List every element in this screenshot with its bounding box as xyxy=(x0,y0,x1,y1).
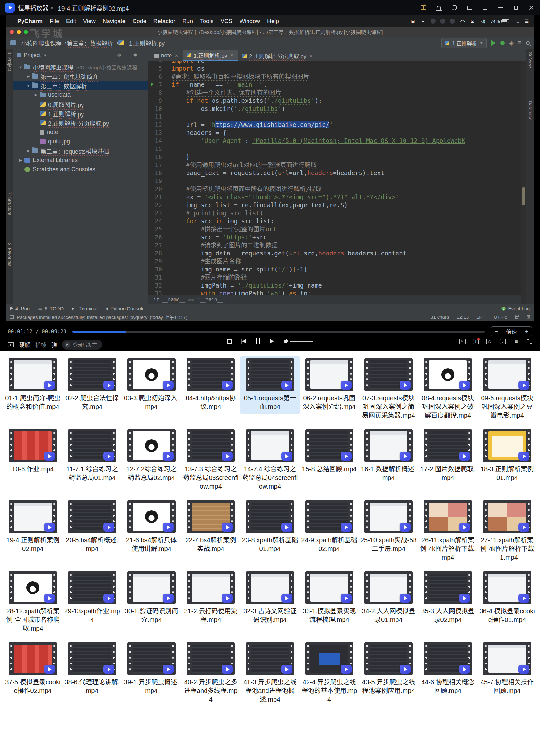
video-thumbnail[interactable] xyxy=(68,571,116,604)
coverage-icon[interactable]: ◈ xyxy=(509,40,514,47)
minimize-button[interactable] xyxy=(497,4,504,11)
play-badge-icon[interactable] xyxy=(400,452,411,461)
play-badge-icon[interactable] xyxy=(163,594,174,603)
video-thumbnail[interactable] xyxy=(246,642,294,675)
code-line[interactable]: 26 src = 'https:'+src xyxy=(148,233,526,241)
code-line[interactable]: 24 for src in img_src_list: xyxy=(148,217,526,225)
play-badge-icon[interactable] xyxy=(459,594,470,603)
video-thumbnail[interactable] xyxy=(364,571,413,604)
play-badge-icon[interactable] xyxy=(44,452,55,461)
tree-right-arrow-icon[interactable]: ▶ xyxy=(33,93,39,97)
tree-item[interactable]: ▶External Libraries xyxy=(14,155,148,165)
toolwindow-project-button[interactable]: 1: Project xyxy=(7,52,12,71)
video-thumbnail[interactable] xyxy=(187,429,235,462)
menu-vcs[interactable]: VCS xyxy=(220,18,232,25)
notification-bell-icon[interactable] xyxy=(435,4,442,11)
toolwindow-sciview-button[interactable]: SciView xyxy=(528,52,533,68)
video-frame[interactable]: PyCharmFileEditViewNavigateCodeRefactorR… xyxy=(0,15,540,323)
grid-item[interactable]: 24-9.xpath解析基础02.mp4 xyxy=(300,498,359,556)
close-tab-icon[interactable]: ✕ xyxy=(309,53,313,58)
code-line[interactable]: 18 page_text = requests.get(url=url,head… xyxy=(148,169,526,177)
video-thumbnail[interactable] xyxy=(305,500,353,533)
video-label[interactable]: 18-3.正则解析案例01.mp4 xyxy=(479,465,535,482)
play-badge-icon[interactable] xyxy=(340,381,351,390)
app-status-icon-1[interactable] xyxy=(431,19,436,24)
notify-icon[interactable]: ! xyxy=(472,339,479,344)
grid-item[interactable]: 37-5.模拟登录cookie操作02.mp4 xyxy=(3,640,63,698)
edit-notes-icon[interactable]: ✎ xyxy=(459,339,466,344)
scroll-to-source-icon[interactable]: ÷ xyxy=(126,52,128,58)
event-log-button[interactable]: 2Event Log xyxy=(501,306,530,311)
code-line[interactable]: 21 ex = '<div class="thumb">.*?<img src=… xyxy=(148,193,526,201)
video-thumbnail[interactable] xyxy=(483,500,531,533)
video-label[interactable]: 01-1.爬虫简介-爬虫的概念和价值.mp4 xyxy=(5,394,61,411)
close-button[interactable] xyxy=(528,4,535,11)
toolwindow-database-button[interactable]: Database xyxy=(528,101,533,120)
tree-right-arrow-icon[interactable]: ▶ xyxy=(26,74,31,79)
speed-label[interactable]: 倍速 xyxy=(502,327,521,336)
tree-item[interactable]: 1.正则解析.py xyxy=(14,109,148,118)
menu-tools[interactable]: Tools xyxy=(200,18,213,25)
video-label[interactable]: 45-7.协程相关操作回顾.mp4 xyxy=(479,678,535,695)
play-badge-icon[interactable] xyxy=(163,665,174,674)
code-line[interactable]: 14 'User-Agent': 'Mozilla/5.0 (Macintosh… xyxy=(148,137,526,145)
gift-icon[interactable] xyxy=(420,4,427,11)
video-label[interactable]: 34-2.人人网模拟登录01.mp4 xyxy=(360,607,417,624)
play-badge-icon[interactable] xyxy=(518,452,529,461)
grid-item[interactable]: 34-2.人人网模拟登录01.mp4 xyxy=(359,569,418,627)
editor-tab[interactable]: note✕ xyxy=(150,51,182,61)
code-line[interactable]: 19 xyxy=(148,177,526,185)
menu-view[interactable]: View xyxy=(83,18,96,25)
queue-icon[interactable]: ≣ xyxy=(513,339,519,344)
tree-item[interactable]: 0.爬取图片.py xyxy=(14,99,148,109)
grid-item[interactable]: 16-1.数据解析概述.mp4 xyxy=(359,427,418,485)
grid-item[interactable]: 04-4.http&https协议.mp4 xyxy=(181,356,240,414)
menu-file[interactable]: File xyxy=(50,18,59,25)
video-label[interactable]: 07-3.requests模块巩固深入案例之简易网页采集器.mp4 xyxy=(360,394,417,420)
video-label[interactable]: 30-1.验证码识别简介.mp4 xyxy=(123,607,180,624)
chevron-down-icon[interactable]: ∨ xyxy=(51,5,54,10)
video-thumbnail[interactable] xyxy=(9,429,57,462)
seek-bar[interactable] xyxy=(72,331,485,332)
grid-item[interactable]: 36-4.模拟登录cookie操作01.mp4 xyxy=(477,569,537,627)
video-label[interactable]: 38-6.代理理论讲解.mp4 xyxy=(64,678,120,695)
menu-refactor[interactable]: Refactor xyxy=(154,18,175,25)
next-button[interactable] xyxy=(270,339,275,344)
video-label[interactable]: 17-2.图片数据爬取.mp4 xyxy=(420,465,476,482)
speed-minus-button[interactable]: − xyxy=(491,328,502,335)
tree-item[interactable]: qiutu.jpg xyxy=(14,137,148,146)
play-badge-icon[interactable] xyxy=(44,665,55,674)
video-label[interactable]: 32-3.古诗文网验证码识别.mp4 xyxy=(242,607,298,624)
grid-item[interactable]: 35-3.人人网模拟登录02.mp4 xyxy=(418,569,478,627)
video-thumbnail[interactable] xyxy=(127,571,176,604)
code-editor[interactable]: 4import re5import os6#需求：爬取糗事百科中糗图板块下所有的… xyxy=(148,61,526,304)
playlist-icon[interactable]: ▸ xyxy=(8,342,14,347)
grid-item[interactable]: 08-4.requests模块巩固深入案例之破解百度翻译.mp4 xyxy=(418,356,478,423)
video-label[interactable]: 14-7.4.综合练习之药监总局04screenflow.mp4 xyxy=(242,465,298,491)
previous-button[interactable] xyxy=(242,339,246,344)
video-label[interactable]: 29-13xpath作业.mp4 xyxy=(64,607,120,624)
danmaku-toggle[interactable]: 弹 xyxy=(51,341,57,349)
video-label[interactable]: 13-7.3.综合练习之药监总局03screenflow.mp4 xyxy=(182,465,239,491)
danmaku-login-input[interactable]: ▸ 登录后发言 xyxy=(62,340,102,350)
video-thumbnail[interactable] xyxy=(424,358,472,391)
grid-item[interactable]: 25-10.xpath实战-58二手房.mp4 xyxy=(359,498,418,556)
video-thumbnail[interactable] xyxy=(483,571,531,604)
control-center-icon[interactable]: ☰ xyxy=(524,19,530,24)
play-badge-icon[interactable] xyxy=(281,665,292,674)
settings-gear-icon[interactable]: ✱ xyxy=(133,52,137,58)
play-badge-icon[interactable] xyxy=(459,665,470,674)
video-label[interactable]: 40-2.异步爬虫之多进程and多线程.mp4 xyxy=(182,678,239,704)
video-label[interactable]: 44-6.协程相关概念回顾.mp4 xyxy=(420,678,476,695)
video-label[interactable]: 35-3.人人网模拟登录02.mp4 xyxy=(420,607,476,624)
play-badge-icon[interactable] xyxy=(459,523,470,532)
toolwindow-terminal-button[interactable]: ▸_Terminal xyxy=(72,305,98,311)
toolwindow-run-button[interactable]: 4: Run xyxy=(10,306,30,311)
snapshot-icon[interactable] xyxy=(466,4,473,11)
app-status-icon-3[interactable] xyxy=(450,19,455,24)
video-label[interactable]: 06-2.requests巩固深入案例介绍.mp4 xyxy=(301,394,358,411)
spotlight-search-icon[interactable]: ○⃘ xyxy=(514,19,519,24)
grid-item[interactable]: 13-7.3.综合练习之药监总局03screenflow.mp4 xyxy=(181,427,240,493)
tree-item[interactable]: ▶第一章：爬虫基础简介 xyxy=(14,72,148,81)
video-label[interactable]: 03-3.爬虫初始深入.mp4 xyxy=(123,394,180,411)
